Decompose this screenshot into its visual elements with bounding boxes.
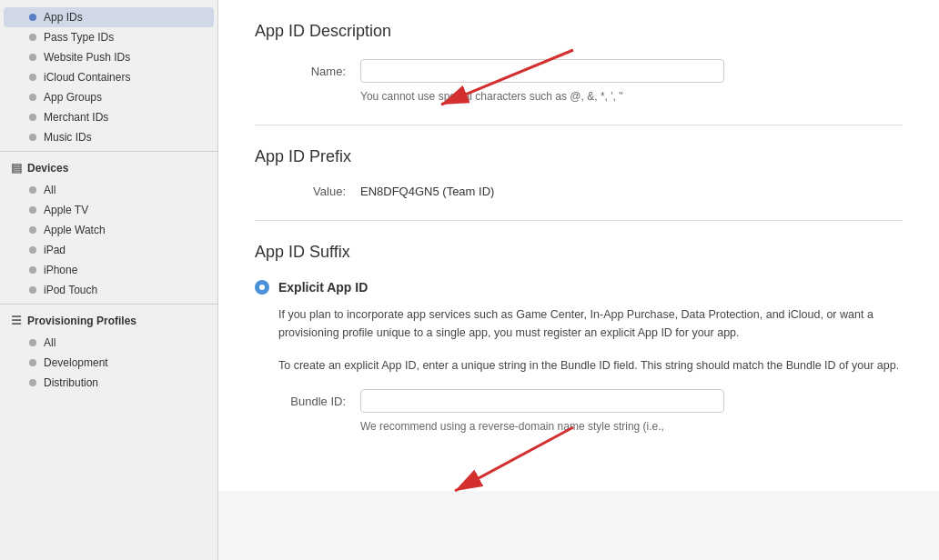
suffix-section: App ID Suffix Explicit App ID If you pla… — [255, 221, 903, 455]
sidebar-item-label: Distribution — [44, 376, 98, 389]
dot-icon — [29, 94, 36, 101]
explicit-radio[interactable] — [255, 280, 269, 295]
sidebar-divider — [0, 151, 217, 152]
explicit-description-2: To create an explicit App ID, enter a un… — [278, 356, 903, 375]
prefix-title: App ID Prefix — [255, 147, 903, 166]
sidebar-item-label: iPod Touch — [44, 284, 97, 296]
sidebar-provisioning-header[interactable]: ☰ Provisioning Profiles — [0, 308, 217, 333]
name-input[interactable] — [360, 59, 724, 83]
main-content: App ID Description Name: You cannot use … — [218, 0, 939, 491]
sidebar-item-website-push-ids[interactable]: Website Push IDs — [4, 47, 214, 67]
dot-icon — [29, 74, 36, 81]
sidebar-item-label: Apple Watch — [44, 224, 106, 236]
sidebar-item-label: App Groups — [44, 91, 102, 104]
sidebar-item-label: iPad — [44, 244, 66, 256]
suffix-title: App ID Suffix — [255, 243, 903, 262]
sidebar-item-merchant-ids[interactable]: Merchant IDs — [4, 107, 214, 127]
sidebar-item-label: Development — [44, 356, 108, 369]
sidebar-item-label: All — [44, 336, 56, 349]
sidebar-item-apple-tv[interactable]: Apple TV — [4, 200, 214, 220]
dot-icon — [29, 34, 36, 41]
explicit-label: Explicit App ID — [278, 280, 368, 295]
sidebar-item-label: Merchant IDs — [44, 111, 108, 124]
dot-icon — [29, 186, 36, 194]
prefix-value: EN8DFQ4GN5 (Team ID) — [360, 185, 494, 198]
sidebar-section-label: Provisioning Profiles — [27, 315, 136, 327]
sidebar-item-label: Pass Type IDs — [44, 31, 114, 44]
prefix-value-row: Value: EN8DFQ4GN5 (Team ID) — [255, 185, 903, 198]
sidebar-section-label: Devices — [27, 162, 68, 175]
bundle-input[interactable] — [360, 389, 724, 413]
dot-icon — [29, 226, 36, 234]
provisioning-icon: ☰ — [11, 314, 22, 327]
sidebar-item-icloud-containers[interactable]: iCloud Containers — [4, 67, 214, 87]
sidebar-item-app-groups[interactable]: App Groups — [4, 87, 214, 107]
bundle-hint: We recommend using a reverse-domain name… — [360, 420, 903, 433]
sidebar-item-apple-watch[interactable]: Apple Watch — [4, 220, 214, 240]
name-label: Name: — [255, 65, 346, 78]
name-hint: You cannot use special characters such a… — [360, 90, 903, 103]
sidebar-item-label: iPhone — [44, 264, 77, 276]
dot-icon — [29, 54, 36, 61]
sidebar-item-iphone[interactable]: iPhone — [4, 260, 214, 280]
dot-icon — [29, 134, 36, 141]
bundle-label: Bundle ID: — [255, 395, 346, 408]
sidebar-item-label: All — [44, 184, 56, 196]
dot-icon — [29, 14, 36, 21]
sidebar-item-ipad[interactable]: iPad — [4, 240, 214, 260]
explicit-description-1: If you plan to incorporate app services … — [278, 305, 903, 342]
sidebar-item-distribution[interactable]: Distribution — [4, 373, 214, 393]
sidebar-divider-2 — [0, 304, 217, 305]
dot-icon — [29, 246, 36, 254]
dot-icon — [29, 339, 36, 346]
sidebar-item-label: iCloud Containers — [44, 71, 130, 84]
sidebar-item-all-devices[interactable]: All — [4, 180, 214, 200]
sidebar-item-ipod-touch[interactable]: iPod Touch — [4, 280, 214, 300]
dot-icon — [29, 266, 36, 274]
sidebar-item-label: Apple TV — [44, 204, 88, 216]
sidebar: App IDs Pass Type IDs Website Push IDs i… — [0, 0, 218, 560]
sidebar-item-label: App IDs — [44, 11, 83, 24]
name-field-row: Name: — [255, 59, 903, 83]
prefix-section: App ID Prefix Value: EN8DFQ4GN5 (Team ID… — [255, 125, 903, 221]
value-label: Value: — [255, 185, 346, 198]
description-section: App ID Description Name: You cannot use … — [255, 0, 903, 125]
dot-icon — [29, 114, 36, 121]
sidebar-item-development[interactable]: Development — [4, 353, 214, 373]
sidebar-item-label: Music IDs — [44, 131, 92, 144]
sidebar-item-app-ids[interactable]: App IDs — [4, 7, 214, 27]
bundle-field-row: Bundle ID: — [255, 389, 903, 413]
sidebar-item-music-ids[interactable]: Music IDs — [4, 127, 214, 147]
dot-icon — [29, 286, 36, 294]
sidebar-item-pass-type-ids[interactable]: Pass Type IDs — [4, 27, 214, 47]
device-icon: ▤ — [11, 161, 22, 175]
explicit-radio-row[interactable]: Explicit App ID — [255, 280, 903, 295]
description-title: App ID Description — [255, 22, 903, 41]
sidebar-devices-header[interactable]: ▤ Devices — [0, 155, 217, 180]
dot-icon — [29, 206, 36, 214]
sidebar-item-label: Website Push IDs — [44, 51, 130, 64]
dot-icon — [29, 359, 36, 366]
sidebar-item-all-provisioning[interactable]: All — [4, 333, 214, 353]
dot-icon — [29, 379, 36, 386]
